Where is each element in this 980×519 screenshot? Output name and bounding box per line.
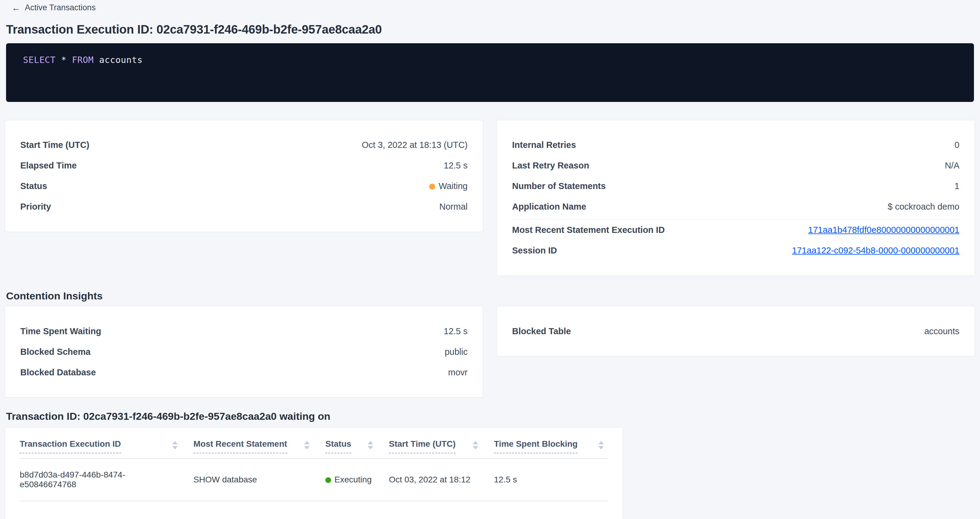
kv-row-blocked-schema: Blocked Schema public: [20, 341, 468, 362]
sort-down-icon: [473, 446, 478, 449]
waiting-on-heading: Transaction ID: 02ca7931-f246-469b-b2fe-…: [6, 410, 980, 422]
kv-row-internal-retries: Internal Retries 0: [512, 135, 959, 156]
kv-row-start-time: Start Time (UTC) Oct 3, 2022 at 18:13 (U…: [20, 135, 468, 156]
kv-value: $ cockroach demo: [888, 202, 959, 212]
kv-label: Blocked Table: [512, 326, 571, 336]
sql-keyword: FROM: [72, 55, 94, 65]
column-header-label: Start Time (UTC): [389, 439, 455, 453]
sort-up-icon: [304, 441, 310, 444]
kv-value: Normal: [439, 202, 468, 212]
kv-label: Time Spent Waiting: [20, 326, 101, 336]
kv-row-session-id: Session ID 171aa122-c092-54b8-0000-00000…: [512, 240, 959, 261]
sort-up-icon: [473, 441, 478, 444]
sql-text: *: [56, 55, 72, 65]
sort-up-icon: [598, 441, 604, 444]
kv-row-priority: Priority Normal: [20, 197, 468, 217]
column-header-label: Time Spent Blocking: [494, 439, 578, 453]
summary-card-right: Internal Retries 0 Last Retry Reason N/A…: [497, 120, 975, 276]
session-id-link[interactable]: 171aa122-c092-54b8-0000-000000000001: [792, 246, 959, 256]
sort-down-icon: [172, 446, 178, 449]
kv-row-last-retry-reason: Last Retry Reason N/A: [512, 156, 959, 176]
contention-insights-heading: Contention Insights: [6, 290, 980, 302]
column-header-label: Transaction Execution ID: [20, 439, 121, 453]
column-header-time-spent-blocking: Time Spent Blocking: [494, 439, 608, 453]
kv-label: Start Time (UTC): [20, 140, 89, 150]
sort-up-icon: [368, 441, 373, 444]
page-title: Transaction Execution ID: 02ca7931-f246-…: [6, 22, 980, 37]
column-header-status: Status: [325, 439, 389, 453]
sql-keyword: SELECT: [23, 55, 56, 65]
column-header-label: Status: [325, 439, 352, 453]
waiting-transactions-table: Transaction Execution ID Most Recent Sta…: [5, 427, 623, 519]
cell-most-recent-statement: SHOW database: [193, 475, 325, 484]
contention-cards-row: Time Spent Waiting 12.5 s Blocked Schema…: [5, 306, 975, 397]
table-header-row: Transaction Execution ID Most Recent Sta…: [20, 439, 608, 459]
kv-value: 12.5 s: [444, 326, 468, 336]
kv-row-status: Status Waiting: [20, 176, 468, 197]
cell-status: Executing: [325, 475, 389, 484]
sort-icon[interactable]: [598, 441, 604, 449]
kv-value: 0: [955, 140, 959, 150]
kv-label: Most Recent Statement Execution ID: [512, 225, 665, 235]
kv-row-elapsed-time: Elapsed Time 12.5 s: [20, 156, 468, 176]
sql-statement-box: SELECT * FROM accounts: [6, 43, 974, 102]
kv-row-time-spent-waiting: Time Spent Waiting 12.5 s: [20, 321, 468, 341]
back-link-label: Active Transactions: [25, 3, 95, 13]
sort-icon[interactable]: [304, 441, 310, 449]
column-header-transaction-execution-id: Transaction Execution ID: [20, 439, 193, 453]
kv-label: Priority: [20, 202, 51, 212]
kv-value: 1: [955, 181, 959, 191]
kv-row-blocked-database: Blocked Database movr: [20, 362, 468, 383]
kv-label: Session ID: [512, 246, 557, 256]
kv-label: Status: [20, 181, 47, 191]
sort-down-icon: [304, 446, 310, 449]
kv-value: 12.5 s: [444, 160, 468, 171]
sql-statement: SELECT * FROM accounts: [23, 55, 957, 65]
status-dot-waiting-icon: [429, 184, 435, 190]
table-row: b8d7d03a-d497-446b-8474-e50846674768 SHO…: [20, 459, 608, 501]
sort-icon[interactable]: [172, 441, 178, 449]
kv-row-most-recent-statement-execution-id: Most Recent Statement Execution ID 171aa…: [512, 220, 959, 240]
sort-down-icon: [368, 446, 373, 449]
kv-value: movr: [448, 367, 468, 378]
summary-card-left: Start Time (UTC) Oct 3, 2022 at 18:13 (U…: [5, 120, 483, 232]
transaction-details-page: ← Active Transactions Transaction Execut…: [0, 0, 980, 519]
kv-value: N/A: [945, 160, 959, 171]
kv-label: Number of Statements: [512, 181, 606, 191]
arrow-left-icon: ←: [11, 3, 21, 13]
column-header-label: Most Recent Statement: [193, 439, 287, 453]
cell-transaction-execution-id: b8d7d03a-d497-446b-8474-e50846674768: [20, 470, 193, 489]
sort-down-icon: [598, 446, 604, 449]
kv-row-application-name: Application Name $ cockroach demo: [512, 197, 959, 217]
kv-value: public: [445, 347, 468, 357]
sort-icon[interactable]: [368, 441, 373, 449]
summary-cards-row: Start Time (UTC) Oct 3, 2022 at 18:13 (U…: [5, 120, 975, 276]
kv-value: Oct 3, 2022 at 18:13 (UTC): [362, 140, 468, 150]
most-recent-statement-execution-id-link[interactable]: 171aa1b478fdf0e80000000000000001: [808, 225, 959, 235]
contention-card-right: Blocked Table accounts: [497, 306, 975, 356]
status-dot-executing-icon: [325, 477, 331, 483]
kv-row-blocked-table: Blocked Table accounts: [512, 321, 959, 341]
column-header-start-time: Start Time (UTC): [389, 439, 494, 453]
kv-label: Internal Retries: [512, 140, 576, 150]
cell-time-spent-blocking: 12.5 s: [494, 475, 608, 484]
sort-up-icon: [172, 441, 178, 444]
kv-label: Blocked Schema: [20, 347, 91, 357]
status-value: Waiting: [429, 181, 468, 191]
back-link-active-transactions[interactable]: ← Active Transactions: [11, 3, 95, 13]
kv-row-number-of-statements: Number of Statements 1: [512, 176, 959, 197]
kv-label: Application Name: [512, 202, 586, 212]
kv-label: Last Retry Reason: [512, 160, 589, 171]
kv-label: Blocked Database: [20, 367, 96, 378]
cell-start-time: Oct 03, 2022 at 18:12: [389, 475, 494, 484]
contention-card-left: Time Spent Waiting 12.5 s Blocked Schema…: [5, 306, 483, 397]
status-text: Executing: [334, 475, 372, 484]
kv-value: accounts: [924, 326, 959, 336]
column-header-most-recent-statement: Most Recent Statement: [193, 439, 325, 453]
status-text: Waiting: [439, 181, 468, 191]
sql-text: accounts: [94, 55, 143, 65]
kv-label: Elapsed Time: [20, 160, 76, 171]
sort-icon[interactable]: [473, 441, 478, 449]
